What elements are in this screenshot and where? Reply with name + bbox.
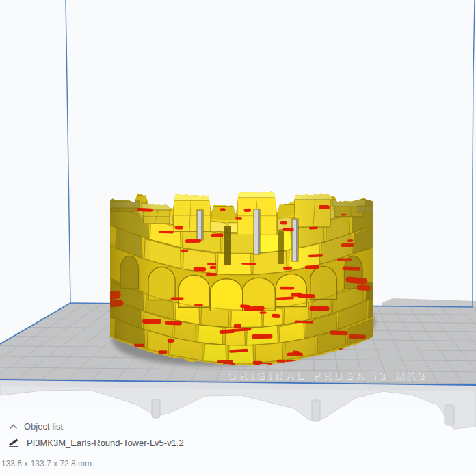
viewport-3d[interactable]: ORIGINAL PRUSA i3 MK3 ORIGINAL PRUSA i3 … xyxy=(0,0,476,474)
svg-text:ORIGINAL PRUSA i3 MK3: ORIGINAL PRUSA i3 MK3 xyxy=(226,369,428,381)
chevron-up-icon xyxy=(9,423,18,430)
pencil-edit-icon xyxy=(8,437,20,448)
object-list-title: Object list xyxy=(24,421,63,432)
object-list-header[interactable]: Object list xyxy=(9,421,63,432)
plate-embossed-label: ORIGINAL PRUSA i3 MK3 ORIGINAL PRUSA i3 … xyxy=(226,369,429,382)
model-tower[interactable] xyxy=(101,182,380,366)
model-dimensions-label: 133.6 x 133.7 x 72.8 mm xyxy=(1,459,92,469)
scene-svg[interactable]: ORIGINAL PRUSA i3 MK3 ORIGINAL PRUSA i3 … xyxy=(0,0,476,474)
object-list-item[interactable]: PI3MK3M_Earls-Round-Tower-Lv5-v1.2 xyxy=(8,437,184,448)
object-item-name: PI3MK3M_Earls-Round-Tower-Lv5-v1.2 xyxy=(27,438,184,448)
